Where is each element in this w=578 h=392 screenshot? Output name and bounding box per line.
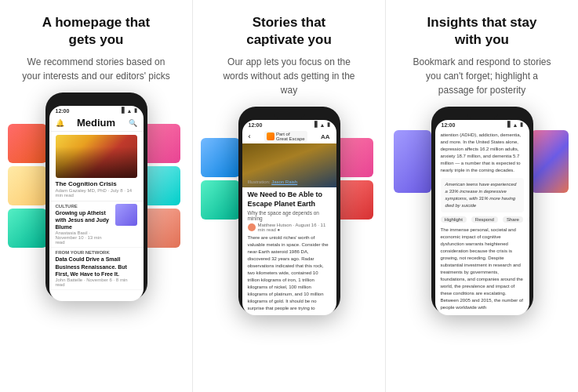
time-display: 12:00 [56, 108, 70, 114]
panel3-status: 12:00 ▋ ▲ ▮ [435, 120, 529, 129]
body-text: The immense personal, societal and econo… [435, 225, 529, 313]
hero-story-meta: Adam Gazaley MD, PhD · July 8 · 14 min r… [56, 188, 137, 198]
author-row: Matthew Hutson · August 16 · 11 min read… [248, 223, 331, 232]
highlight-box: American teens have experienced a 33% in… [441, 178, 524, 212]
panel1-hero-story: The Cognition Crisis Adam Gazaley MD, Ph… [49, 132, 144, 201]
list-item-1[interactable]: CULTURE Growing up Atheist with Jesus an… [49, 201, 144, 248]
author-name: Matthew Hutson · August 16 · 11 min read… [258, 223, 331, 232]
list-item-1-thumb [115, 204, 137, 226]
highlight-text: American teens have experienced a 33% in… [445, 181, 519, 209]
panel2-side-right [334, 138, 377, 220]
panel3-side-left [394, 130, 433, 193]
panel2-topbar: ‹ Part ofGreat Escape AA [242, 129, 336, 143]
hero-story-image [56, 135, 137, 178]
p3-time: 12:00 [442, 122, 456, 128]
share-button[interactable]: Share [503, 216, 523, 223]
list-item-1-tag: CULTURE [56, 204, 112, 209]
action-bar: Highlight Respond Share ··· [435, 214, 529, 225]
panel1-side-left [8, 124, 51, 248]
p3-battery: ▮ [520, 122, 523, 128]
aa-label[interactable]: AA [321, 133, 330, 140]
search-icon[interactable]: 🔍 [129, 119, 137, 127]
side-img-r2 [141, 166, 180, 205]
author-avatar [248, 223, 256, 231]
list-item-2-title: Data Could Drive a Small Business Renais… [56, 256, 137, 277]
back-icon[interactable]: ‹ [249, 132, 251, 140]
panel1-title: A homepage that gets you [42, 14, 150, 49]
side-img-2 [8, 166, 47, 205]
list-item-2-tag: FROM YOUR NETWORK [56, 250, 137, 255]
status-icons: ▋ ▲ ▮ [122, 107, 137, 114]
p3-wifi: ▲ [513, 122, 518, 128]
more-button[interactable]: ··· [528, 216, 529, 223]
panel-homepage: A homepage that gets you We recommend st… [0, 0, 193, 392]
panel3-side-right [531, 130, 570, 193]
side-img-3 [8, 209, 47, 248]
panel1-header: 🔔 Medium 🔍 [49, 115, 144, 132]
battery-icon: ▮ [134, 107, 137, 114]
badge-icon [267, 132, 274, 140]
panel3-title: Insights that stay with you [427, 14, 537, 49]
panel2-phone-container: 12:00 ▋ ▲ ▮ ‹ Part ofGreat Escape AA [201, 107, 377, 384]
phone-notch-2 [274, 113, 305, 118]
list-item-1-author: Anastasia Basil · November 10 · 13 min r… [56, 230, 112, 245]
article-body: There are untold riches' worth of valuab… [248, 234, 331, 312]
panel3-phone-container: 12:00 ▋ ▲ ▮ attention (ADHD), addiction,… [394, 107, 570, 384]
phone-notch-3 [467, 113, 498, 118]
attention-text: attention (ADHD), addiction, dementia, a… [435, 129, 529, 176]
list-item-2[interactable]: FROM YOUR NETWORK Data Could Drive a Sma… [49, 248, 144, 289]
phone-notch [81, 99, 112, 104]
p2-battery-icon: ▮ [327, 122, 330, 128]
p3-side-img-r [531, 130, 569, 193]
panel3-phone: 12:00 ▋ ▲ ▮ attention (ADHD), addiction,… [431, 107, 533, 314]
app-title: Medium [77, 117, 115, 129]
panel2-title: Stories that captivate you [246, 14, 332, 49]
panel-insights: Insights that stay with you Bookmark and… [386, 0, 578, 392]
article-hero-image: Illustration: Jason Raish [242, 143, 336, 187]
p2-side-img-l1 [201, 138, 240, 177]
p3-side-img-l [394, 130, 431, 193]
list-item-1-title: Growing up Atheist with Jesus and Judy B… [56, 209, 112, 230]
p2-wifi-icon: ▲ [320, 122, 325, 128]
hero-story-title: The Cognition Crisis [56, 180, 137, 187]
p2-status-icons: ▋ ▲ ▮ [314, 122, 330, 128]
panel2-side-left [201, 138, 244, 220]
highlight-button[interactable]: Highlight [441, 216, 467, 223]
p2-signal-icon: ▋ [314, 122, 318, 128]
list-item-1-text: CULTURE Growing up Atheist with Jesus an… [56, 204, 112, 245]
article-content: We Need to Be Able to Escape Planet Eart… [242, 187, 336, 315]
p2-side-img-r2 [334, 180, 373, 220]
signal-icon: ▋ [122, 107, 125, 114]
bell-icon: 🔔 [56, 119, 64, 127]
panel-stories: Stories that captivate you Our app lets … [193, 0, 386, 392]
panel2-status: 12:00 ▋ ▲ ▮ [242, 120, 336, 129]
list-item-2-text: FROM YOUR NETWORK Data Could Drive a Sma… [56, 250, 137, 286]
side-img-1 [8, 124, 47, 163]
panel1-side-right [141, 124, 184, 248]
p3-signal: ▋ [507, 122, 511, 128]
respond-button[interactable]: Respond [471, 216, 498, 223]
panel2-phone: 12:00 ▋ ▲ ▮ ‹ Part ofGreat Escape AA [238, 107, 340, 314]
panel2-screen: 12:00 ▋ ▲ ▮ ‹ Part ofGreat Escape AA [242, 120, 336, 315]
wifi-icon: ▲ [127, 108, 133, 114]
panel1-subtitle: We recommend stories based on your inter… [22, 55, 171, 83]
p3-status-icons: ▋ ▲ ▮ [507, 122, 523, 128]
article-subtitle: Why the space age depends on mining [248, 210, 331, 221]
p2-side-img-r1 [334, 138, 373, 177]
panel1-phone: 12:00 ▋ ▲ ▮ 🔔 Medium 🔍 [45, 93, 147, 300]
side-img-r3 [141, 209, 180, 248]
panel1-status: 12:00 ▋ ▲ ▮ [49, 106, 144, 115]
badge-text: Part ofGreat Escape [276, 132, 305, 141]
panel2-subtitle: Our app lets you focus on the words with… [215, 55, 364, 97]
p2-time: 12:00 [249, 122, 263, 128]
side-img-r1 [141, 124, 180, 163]
panel3-subtitle: Bookmark and respond to stories you can'… [408, 55, 557, 97]
article-title: We Need to Be Able to Escape Planet Eart… [248, 191, 331, 209]
great-escape-badge: Part ofGreat Escape [264, 131, 307, 142]
panel1-screen: 12:00 ▋ ▲ ▮ 🔔 Medium 🔍 [49, 106, 144, 301]
p2-side-img-l2 [201, 180, 240, 220]
list-item-2-author: John Battelle · November 6 · 8 min read [56, 278, 137, 287]
panel3-screen: 12:00 ▋ ▲ ▮ attention (ADHD), addiction,… [435, 120, 529, 315]
panel1-phone-container: 12:00 ▋ ▲ ▮ 🔔 Medium 🔍 [8, 93, 184, 384]
